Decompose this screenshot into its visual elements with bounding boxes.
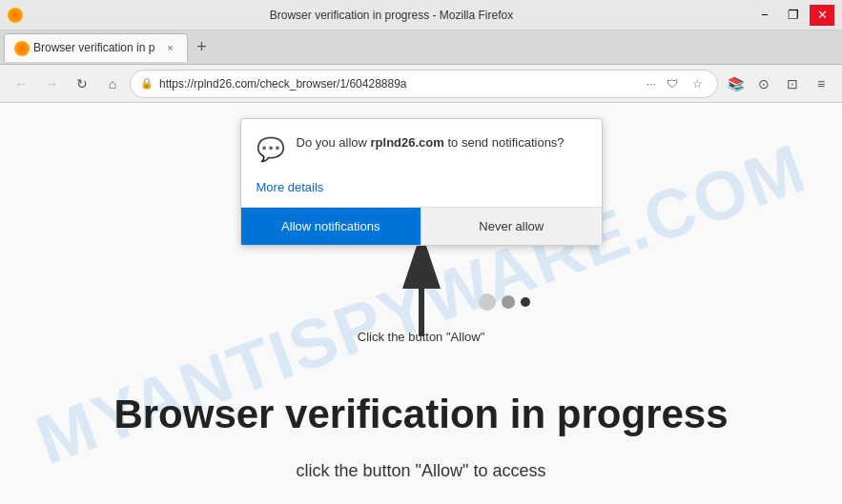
- popup-buttons: Allow notifications Never allow: [241, 207, 602, 245]
- click-instruction: Click the button "Allow": [358, 330, 485, 344]
- popup-body: 💬 Do you allow rplnd26.com to send notif…: [241, 119, 602, 178]
- main-headline: Browser verification in progress: [0, 392, 842, 437]
- notification-bell-icon: 💬: [257, 136, 285, 163]
- url-bar[interactable]: 🔒 https://rplnd26.com/check_browser/1/60…: [130, 70, 718, 98]
- arrow-container: [402, 232, 441, 336]
- tab-close-button[interactable]: ×: [162, 40, 177, 55]
- window-controls: − ❐ ✕: [752, 5, 834, 26]
- popup-message: Do you allow rplnd26.com to send notific…: [297, 134, 565, 151]
- tab-bar: Browser verification in p × +: [0, 30, 842, 65]
- popup-message-suffix: to send notifications?: [444, 135, 565, 150]
- popup-domain: rplnd26.com: [371, 135, 444, 150]
- back-button[interactable]: ←: [8, 71, 34, 97]
- more-details-link[interactable]: More details: [257, 180, 324, 194]
- nav-bar: ← → ↻ ⌂ 🔒 https://rplnd26.com/check_brow…: [0, 65, 842, 103]
- dot-2: [502, 295, 515, 309]
- sub-text: click the button "Allow" to access: [0, 461, 842, 481]
- page-content: MYANTISPYWARE.COM 💬 Do you allow rplnd26…: [0, 103, 842, 504]
- home-button[interactable]: ⌂: [99, 71, 126, 97]
- forward-button[interactable]: →: [38, 71, 65, 97]
- firefox-icon: [8, 8, 23, 23]
- restore-button[interactable]: ❐: [781, 5, 806, 26]
- active-tab[interactable]: Browser verification in p ×: [4, 33, 188, 62]
- dot-1: [479, 293, 496, 311]
- shield-button[interactable]: 🛡: [662, 73, 683, 94]
- reload-button[interactable]: ↻: [69, 71, 95, 97]
- more-button[interactable]: ≡: [808, 71, 834, 97]
- never-allow-button[interactable]: Never allow: [421, 208, 602, 245]
- dot-3: [521, 297, 530, 307]
- title-bar: Browser verification in progress - Mozil…: [0, 0, 842, 30]
- bookmark-button[interactable]: ☆: [687, 73, 708, 94]
- loading-dots: [479, 293, 530, 311]
- sync-button[interactable]: ⊙: [750, 71, 777, 97]
- new-tab-button[interactable]: +: [188, 34, 215, 61]
- container-button[interactable]: ⊡: [779, 71, 806, 97]
- popup-details: More details: [241, 178, 602, 207]
- window-title: Browser verification in progress - Mozil…: [31, 9, 752, 22]
- lock-icon: 🔒: [140, 77, 154, 90]
- allow-notifications-button[interactable]: Allow notifications: [241, 208, 421, 245]
- library-button[interactable]: 📚: [722, 71, 749, 97]
- nav-right-buttons: 📚 ⊙ ⊡ ≡: [722, 71, 834, 97]
- url-text: https://rplnd26.com/check_browser/1/6042…: [159, 77, 641, 91]
- close-button[interactable]: ✕: [810, 5, 834, 26]
- url-more-icon[interactable]: ···: [647, 77, 656, 91]
- url-action-icons: 🛡 ☆: [662, 73, 708, 94]
- popup-message-prefix: Do you allow: [297, 135, 371, 150]
- minimize-button[interactable]: −: [752, 5, 777, 26]
- notification-popup: 💬 Do you allow rplnd26.com to send notif…: [240, 118, 603, 246]
- tab-favicon: [14, 41, 28, 54]
- tab-label: Browser verification in p: [33, 41, 154, 54]
